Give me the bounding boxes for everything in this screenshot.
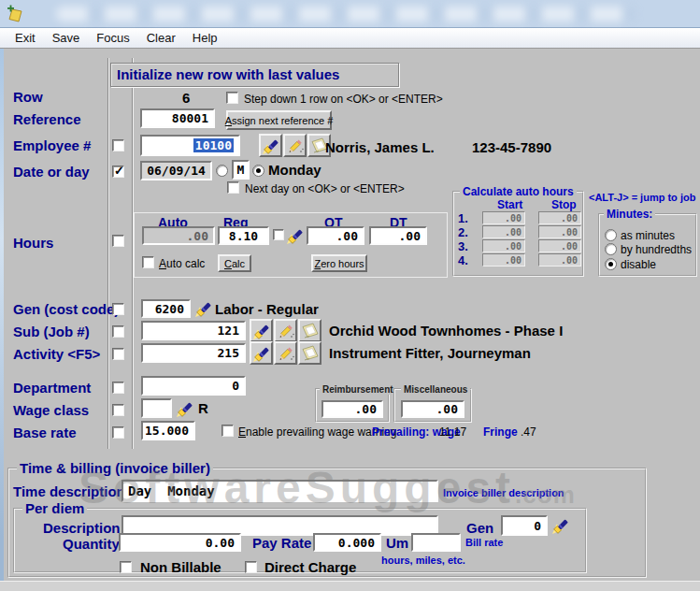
prevailing-wage-warning-checkbox[interactable] (221, 425, 234, 437)
reference-field[interactable]: 80001 (140, 108, 215, 128)
menu-help[interactable]: Help (184, 28, 226, 48)
next-day-checkbox[interactable] (227, 181, 239, 194)
department-label: Department (13, 380, 91, 396)
auto-hours-stop-field[interactable]: .00 (538, 225, 581, 238)
auto-hours-title: Calculate auto hours (460, 185, 577, 198)
zero-hours-button[interactable]: Zero hours (311, 254, 367, 272)
miscellaneous-field[interactable]: .00 (401, 400, 464, 418)
per-diem-gen-field[interactable]: 0 (501, 515, 548, 536)
um-field[interactable] (411, 533, 461, 552)
auto-hours-row-num: 4. (458, 253, 468, 267)
calc-button-label: Calc (224, 258, 245, 269)
jump-to-job-hint: <ALT-J> = jump to job (589, 192, 695, 203)
hours-dt-field[interactable]: .00 (369, 226, 427, 245)
reimbursement-field[interactable]: .00 (321, 400, 383, 418)
row-label: Row (13, 89, 43, 105)
hours-ot-field[interactable]: .00 (307, 226, 364, 245)
quantity-field[interactable]: 0.00 (119, 533, 241, 552)
auto-hours-start-field[interactable]: .00 (482, 239, 525, 252)
date-repeat-checkbox[interactable] (112, 166, 124, 178)
activity-lookup-button[interactable] (250, 341, 273, 365)
department-field[interactable]: 0 (141, 376, 246, 396)
hours-ot-checkbox[interactable] (273, 229, 284, 240)
auto-hours-start-field[interactable]: .00 (482, 253, 525, 267)
employee-edit-button[interactable] (283, 134, 307, 157)
minutes-disable-radio[interactable] (605, 258, 617, 270)
minutes-by-hundredths-radio[interactable] (605, 243, 617, 255)
auto-hours-start-field[interactable]: .00 (482, 211, 525, 224)
gen-repeat-checkbox[interactable] (112, 303, 124, 315)
quantity-label: Quantity (63, 536, 120, 552)
next-day-label: Next day on <OK> or <ENTER> (245, 182, 405, 195)
department-repeat-checkbox[interactable] (112, 382, 124, 394)
sub-repeat-checkbox[interactable] (112, 325, 124, 338)
employee-lookup-button[interactable] (259, 134, 282, 157)
pencil-icon (277, 322, 295, 340)
hours-repeat-checkbox[interactable] (112, 235, 124, 247)
per-diem-gen-lookup-flashlight-icon[interactable] (551, 516, 570, 535)
bill-rate-hint: Bill rate (465, 537, 503, 548)
date-field[interactable]: 06/09/14 (140, 161, 212, 180)
gen-cost-code-label: Gen (cost code) (13, 301, 119, 317)
base-rate-field[interactable]: 15.000 (141, 421, 195, 440)
calc-button[interactable]: Calc (218, 254, 251, 272)
direct-charge-checkbox[interactable] (245, 561, 257, 573)
activity-field[interactable]: 215 (141, 343, 246, 363)
employee-value-selected: 10100 (193, 138, 234, 152)
title-bar[interactable] (0, 0, 700, 28)
menu-exit[interactable]: Exit (7, 28, 44, 48)
sub-job-field[interactable]: 121 (141, 321, 246, 340)
per-diem-title: Per diem (22, 500, 87, 516)
gen-lookup-flashlight-icon[interactable] (194, 299, 213, 318)
auto-hours-row-num: 2. (458, 225, 468, 239)
minutes-disable-label: disable (621, 258, 656, 271)
auto-hours-stop-field[interactable]: .00 (538, 239, 581, 252)
sub-edit-button[interactable] (274, 319, 297, 342)
activity-edit-button[interactable] (274, 341, 297, 365)
auto-hours-row-num: 3. (458, 239, 468, 253)
menu-save[interactable]: Save (44, 28, 89, 48)
pencil-icon (286, 137, 305, 155)
employee-field[interactable]: 10100 (140, 135, 240, 156)
um-label: Um (386, 535, 408, 551)
invoice-biller-description-hint: Invoice biller description (443, 487, 564, 498)
date-label: Date or day (13, 164, 90, 180)
auto-hours-stop-field[interactable]: .00 (538, 211, 581, 224)
day-name: Monday (268, 162, 321, 178)
day-letter-field[interactable]: M (232, 160, 250, 180)
hours-reg-field[interactable]: 8.10 (218, 226, 269, 245)
sub-lookup-button[interactable] (250, 319, 273, 342)
pay-rate-field[interactable]: 0.000 (313, 533, 381, 552)
wage-class-repeat-checkbox[interactable] (112, 404, 124, 416)
reference-label: Reference (13, 111, 81, 127)
activity-repeat-checkbox[interactable] (112, 348, 124, 360)
day-radio[interactable] (252, 165, 264, 177)
base-rate-repeat-checkbox[interactable] (112, 426, 124, 439)
wage-class-label: Wage class (13, 402, 89, 418)
minutes-as-minutes-radio[interactable] (605, 229, 617, 241)
gen-cost-code-field[interactable]: 6200 (141, 299, 191, 318)
pencil-icon (277, 344, 295, 363)
non-billable-label: Non Billable (140, 559, 221, 575)
assign-next-reference-button[interactable]: Assign next reference # (226, 110, 332, 130)
timecard-entry-window: Exit Save Focus Clear Help Initialize ne… (0, 0, 700, 591)
step-down-checkbox[interactable] (226, 92, 238, 104)
time-description-field[interactable]: Day Monday (121, 480, 438, 502)
wage-class-field[interactable] (141, 398, 172, 418)
auto-hours-start-field[interactable]: .00 (482, 225, 525, 238)
miscellaneous-title: Miscellaneous (401, 384, 470, 395)
wage-class-lookup-flashlight-icon[interactable] (176, 399, 194, 418)
date-radio[interactable] (216, 165, 228, 177)
auto-calc-checkbox[interactable] (142, 256, 154, 268)
non-billable-checkbox[interactable] (120, 561, 132, 573)
employee-repeat-checkbox[interactable] (112, 139, 124, 151)
flashlight-icon (262, 137, 280, 155)
assign-next-reference-label: Assign next reference # (225, 115, 334, 126)
auto-hours-stop-field[interactable]: .00 (538, 253, 581, 267)
menu-focus[interactable]: Focus (88, 28, 137, 48)
activity-notes-button[interactable] (298, 341, 321, 365)
hours-lookup-flashlight-icon[interactable] (286, 226, 305, 245)
menu-clear[interactable]: Clear (138, 28, 184, 48)
separator-line (107, 58, 109, 449)
sub-notes-button[interactable] (298, 319, 321, 342)
